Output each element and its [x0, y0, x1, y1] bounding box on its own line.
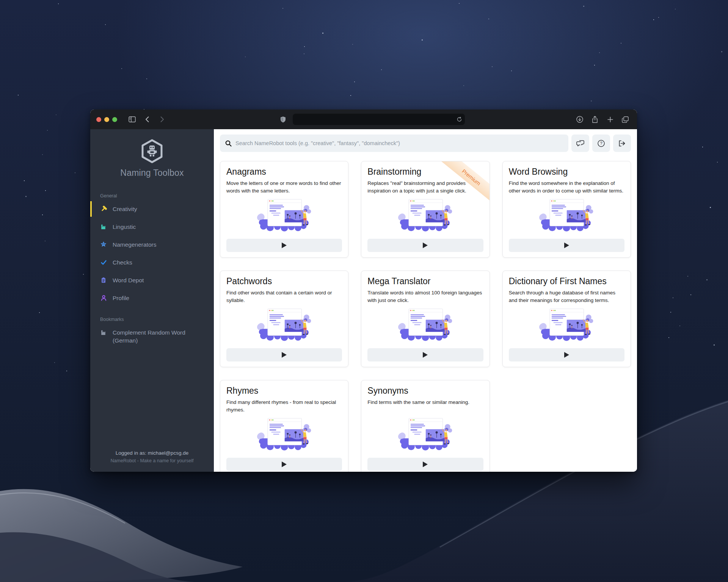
- star: [354, 81, 355, 82]
- star: [621, 43, 621, 44]
- star: [679, 325, 680, 326]
- logout-icon: [618, 140, 626, 147]
- sidebar-item-complement-random-word-german[interactable]: Complement Random Word (German): [90, 324, 214, 349]
- sidebar-item-word-depot[interactable]: Word Depot: [90, 271, 214, 289]
- star: [422, 39, 423, 41]
- start-tool-button[interactable]: [509, 239, 624, 252]
- sidebar: Naming Toolbox GeneralCreativityLingusti…: [90, 129, 214, 472]
- play-icon: [423, 352, 428, 358]
- card-patchwords[interactable]: Patchwords Find other words that contain…: [220, 271, 348, 367]
- sidebar-item-label: Namegenerators: [113, 241, 156, 249]
- card-title: Mega Translator: [367, 276, 483, 286]
- search-bar[interactable]: [220, 135, 568, 152]
- sidebar-item-namegenerators[interactable]: Namegenerators: [90, 236, 214, 253]
- card-rhymes[interactable]: Rhymes Find many different rhymes - from…: [220, 380, 348, 472]
- card-dictionary-of-first-names[interactable]: Dictionary of First Names Search through…: [502, 271, 631, 367]
- start-tool-button[interactable]: [367, 239, 483, 252]
- start-tool-button[interactable]: [367, 348, 483, 361]
- star: [45, 241, 46, 241]
- star: [594, 65, 595, 66]
- card-description: Find terms with the same or similar mean…: [367, 399, 483, 414]
- logout-button[interactable]: [613, 135, 631, 152]
- feedback-chat-icon: [576, 140, 584, 147]
- card-title: Word Browsing: [509, 167, 624, 177]
- card-description: Move the letters of one or more words to…: [226, 180, 342, 195]
- cards-grid: Anagrams Move the letters of one or more…: [220, 161, 631, 472]
- nav-section-label-bookmarks: Bookmarks: [90, 317, 214, 324]
- star: [75, 172, 75, 173]
- shield-icon[interactable]: [278, 114, 289, 125]
- star: [47, 130, 48, 131]
- star: [352, 44, 353, 45]
- star: [668, 337, 669, 338]
- start-tool-button[interactable]: [367, 458, 483, 471]
- sidebar-item-label: Profile: [113, 294, 129, 302]
- star: [24, 180, 25, 181]
- sidebar-toggle-icon[interactable]: [126, 114, 138, 125]
- play-icon: [564, 242, 569, 248]
- app-tagline: NameRobot - Make a name for yourself: [90, 458, 214, 463]
- star: [18, 95, 19, 95]
- share-icon[interactable]: [589, 114, 601, 125]
- back-icon[interactable]: [141, 114, 153, 125]
- gavel-icon: [100, 205, 107, 212]
- star: [322, 33, 323, 34]
- star: [54, 362, 55, 363]
- star: [83, 274, 84, 275]
- clipboard-icon: [100, 277, 107, 283]
- sidebar-item-lingustic[interactable]: Lingustic: [90, 218, 214, 236]
- star: [105, 24, 106, 25]
- sidebar-item-label: Complement Random Word (German): [113, 329, 207, 344]
- card-word-browsing[interactable]: Word Browsing Find the word somewhere in…: [502, 161, 631, 258]
- sidebar-item-profile[interactable]: Profile: [90, 289, 214, 307]
- card-brainstorming[interactable]: Premium Brainstorming Replaces "real" br…: [361, 161, 490, 258]
- start-tool-button[interactable]: [226, 348, 342, 361]
- sidebar-item-checks[interactable]: Checks: [90, 253, 214, 271]
- start-tool-button[interactable]: [226, 239, 342, 252]
- factory-icon: [100, 329, 107, 336]
- feedback-chat-button[interactable]: [571, 135, 589, 152]
- tab-overview-icon[interactable]: [620, 114, 631, 125]
- play-icon: [423, 462, 428, 467]
- star: [511, 70, 512, 71]
- address-bar[interactable]: [293, 114, 465, 125]
- sidebar-item-creativity[interactable]: Creativity: [90, 200, 214, 218]
- help-button[interactable]: ?: [592, 135, 610, 152]
- star: [39, 312, 40, 313]
- star: [146, 78, 147, 79]
- logged-in-as: Logged in as: michael@pcsg.de: [90, 450, 214, 456]
- star: [121, 68, 122, 69]
- search-input[interactable]: [235, 140, 563, 146]
- start-tool-button[interactable]: [226, 458, 342, 471]
- download-icon[interactable]: [574, 114, 585, 125]
- star: [687, 276, 688, 277]
- svg-text:?: ?: [600, 141, 602, 146]
- play-icon: [423, 242, 428, 248]
- star: [304, 46, 305, 47]
- card-title: Dictionary of First Names: [509, 276, 624, 286]
- card-mega-translator[interactable]: Mega Translator Translate words into alm…: [361, 271, 490, 367]
- card-synonyms[interactable]: Synonyms Find terms with the same or sim…: [361, 380, 490, 472]
- star: [381, 69, 382, 70]
- app-logo-block: Naming Toolbox: [90, 129, 214, 178]
- star: [42, 154, 43, 155]
- tool-illustration: [509, 196, 624, 236]
- refresh-icon[interactable]: [457, 117, 462, 122]
- traffic-lights: [96, 117, 117, 122]
- sidebar-item-label: Lingustic: [113, 223, 136, 231]
- play-icon: [282, 352, 287, 358]
- start-tool-button[interactable]: [509, 348, 624, 361]
- forward-icon[interactable]: [157, 114, 168, 125]
- star: [706, 279, 708, 280]
- new-tab-icon[interactable]: [604, 114, 616, 125]
- browser-titlebar: [90, 110, 637, 129]
- tool-illustration: [367, 196, 483, 236]
- star: [670, 312, 671, 313]
- minimize-window-button[interactable]: [104, 117, 109, 122]
- card-anagrams[interactable]: Anagrams Move the letters of one or more…: [220, 161, 348, 258]
- sidebar-footer: Logged in as: michael@pcsg.de NameRobot …: [90, 450, 214, 463]
- card-title: Patchwords: [226, 276, 342, 286]
- zoom-window-button[interactable]: [112, 117, 117, 122]
- close-window-button[interactable]: [96, 117, 101, 122]
- browser-window: Naming Toolbox GeneralCreativityLingusti…: [90, 110, 637, 472]
